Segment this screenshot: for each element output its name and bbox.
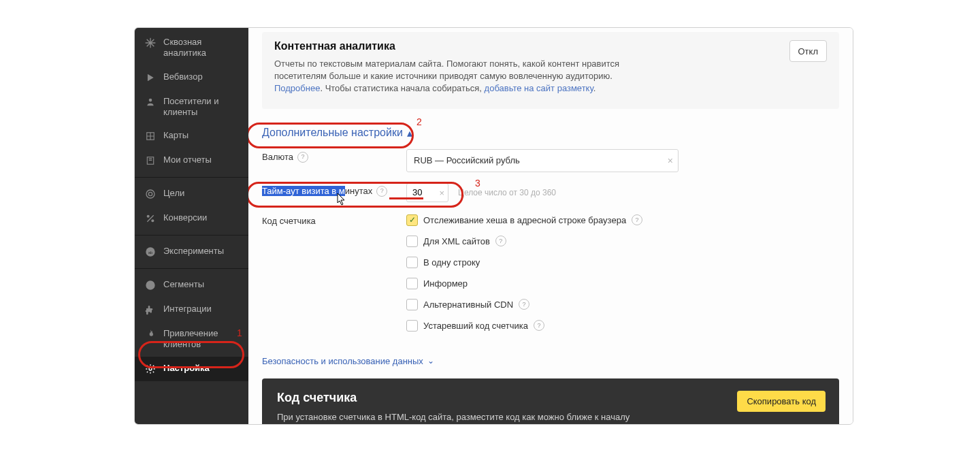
content-analytics-title: Контентная аналитика (274, 40, 827, 52)
svg-point-4 (148, 192, 152, 195)
annotation-number-2: 2 (416, 116, 422, 127)
sidebar-item-attraction[interactable]: Привлечение клиентов (135, 322, 248, 357)
sidebar-item-label: Конверсии (163, 212, 207, 223)
sidebar-item-label: Посетители и клиенты (163, 96, 242, 118)
clear-icon[interactable]: × (668, 155, 673, 166)
snowflake-icon (144, 37, 157, 49)
opt-cdn[interactable]: Альтернативный CDN (406, 299, 642, 310)
help-icon[interactable] (297, 152, 308, 163)
sidebar-item-experiments[interactable]: ab Эксперименты (135, 240, 248, 264)
svg-point-6 (151, 219, 154, 222)
help-icon[interactable] (632, 214, 642, 225)
checkbox-icon (406, 320, 418, 332)
counter-code-label: Код счетчика (262, 213, 406, 226)
percent-icon (144, 212, 157, 225)
security-section-link[interactable]: Безопасность и использование данных ⌄ (262, 356, 434, 366)
content-analytics-toggle[interactable]: Откл (789, 40, 828, 62)
help-icon[interactable] (534, 320, 544, 331)
sidebar-item-goals[interactable]: Цели (135, 182, 248, 206)
copy-code-button[interactable]: Скопировать код (737, 391, 826, 412)
divider (135, 235, 248, 236)
grid-icon (144, 130, 157, 142)
sidebar-item-integrations[interactable]: Интеграции (135, 297, 248, 322)
timeout-label-text: Тайм-аут визита в минутах (262, 186, 372, 196)
counter-options: ✓ Отслеживание хеша в адресной строке бр… (406, 213, 642, 332)
sidebar-item-label: Привлечение клиентов (163, 328, 242, 351)
counter-code-row: Код счетчика ✓ Отслеживание хеша в адрес… (262, 213, 839, 332)
puzzle-icon (144, 304, 157, 316)
svg-point-9 (149, 368, 152, 370)
svg-point-0 (149, 98, 152, 101)
sidebar-item-label: Карты (163, 130, 189, 141)
sidebar-item-settings[interactable]: Настройка (135, 357, 248, 381)
content-analytics-text3: . (593, 83, 596, 93)
opt-xml-label: Для XML сайтов (423, 236, 490, 246)
checkbox-icon (406, 236, 418, 247)
divider (135, 268, 248, 269)
svg-point-5 (147, 215, 150, 218)
opt-cdn-label: Альтернативный CDN (423, 300, 513, 310)
opt-informer[interactable]: Информер (406, 278, 642, 289)
opt-oneline-label: В одну строку (423, 257, 480, 268)
opt-legacy-label: Устаревший код счетчика (423, 321, 528, 331)
checkbox-icon (406, 299, 418, 310)
opt-legacy[interactable]: Устаревший код счетчика (406, 320, 642, 332)
help-icon[interactable] (495, 236, 506, 246)
sidebar: Сквозная аналитика Вебвизор Посетители и… (135, 28, 248, 424)
currency-label: Валюта (262, 149, 406, 163)
sidebar-item-conversions[interactable]: Конверсии (135, 206, 248, 231)
content-analytics-text2: . Чтобы статистика начала собираться, (320, 83, 484, 93)
sidebar-item-label: Эксперименты (163, 246, 224, 257)
sidebar-item-maps[interactable]: Карты (135, 124, 248, 148)
svg-point-3 (146, 190, 154, 198)
sidebar-item-label: Настройка (163, 363, 210, 374)
checkbox-icon (406, 257, 418, 268)
opt-oneline[interactable]: В одну строку (406, 257, 642, 268)
counter-code-panel: Код счетчика Скопировать код При установ… (262, 378, 839, 424)
timeout-input-wrapper: × (406, 183, 448, 202)
timeout-row: Тайм-аут визита в минутах × Целое число … (262, 183, 839, 202)
sidebar-item-label: Интеграции (163, 304, 212, 314)
clear-icon[interactable]: × (439, 187, 444, 197)
sidebar-item-segments[interactable]: Сегменты (135, 273, 248, 297)
counter-code-text: При установке счетчика в HTML-код сайта,… (277, 412, 631, 422)
svg-text:ab: ab (148, 251, 153, 255)
play-icon (144, 71, 157, 84)
bookmark-icon (144, 155, 157, 167)
content-analytics-more-link[interactable]: Подробнее (274, 83, 320, 93)
additional-settings-title[interactable]: Дополнительные настройки ▴ (262, 127, 412, 140)
target-icon (144, 188, 157, 200)
opt-xml[interactable]: Для XML сайтов (406, 236, 642, 247)
flame-icon (144, 328, 157, 340)
divider (135, 177, 248, 178)
currency-row: Валюта RUB — Российский рубль × (262, 149, 839, 172)
checkbox-icon (406, 278, 418, 289)
ab-icon: ab (144, 246, 157, 258)
timeout-label: Тайм-аут визита в минутах (262, 183, 406, 197)
opt-hash[interactable]: ✓ Отслеживание хеша в адресной строке бр… (406, 214, 642, 226)
chevron-up-icon: ▴ (407, 127, 412, 140)
currency-select-value: RUB — Российский рубль (406, 149, 679, 172)
sidebar-item-label: Цели (163, 188, 184, 199)
content-area: Контентная аналитика Отчеты по текстовым… (248, 28, 853, 424)
sidebar-item-my-reports[interactable]: Мои отчеты (135, 148, 248, 173)
sidebar-item-webvisor[interactable]: Вебвизор (135, 65, 248, 90)
help-icon[interactable] (519, 299, 529, 310)
pie-icon (144, 279, 157, 291)
additional-settings-title-text: Дополнительные настройки (262, 127, 403, 139)
content-analytics-markup-link[interactable]: добавьте на сайт разметку (485, 83, 593, 93)
sidebar-item-through-analytics[interactable]: Сквозная аналитика (135, 31, 248, 65)
checkbox-checked-icon: ✓ (406, 214, 418, 226)
currency-select[interactable]: RUB — Российский рубль × (406, 149, 679, 172)
currency-label-text: Валюта (262, 152, 293, 162)
content-analytics-body: Отчеты по текстовым материалам сайта. По… (274, 58, 628, 95)
opt-hash-label: Отслеживание хеша в адресной строке брау… (423, 215, 626, 225)
sidebar-item-label: Мои отчеты (163, 155, 212, 165)
sidebar-item-visitors[interactable]: Посетители и клиенты (135, 90, 248, 125)
help-icon[interactable] (376, 186, 387, 197)
content-analytics-text1: Отчеты по текстовым материалам сайта. По… (274, 59, 619, 81)
content-analytics-panel: Контентная аналитика Отчеты по текстовым… (262, 32, 839, 109)
gear-icon (144, 363, 157, 375)
opt-informer-label: Информер (423, 278, 468, 289)
sidebar-item-label: Сквозная аналитика (163, 37, 242, 59)
